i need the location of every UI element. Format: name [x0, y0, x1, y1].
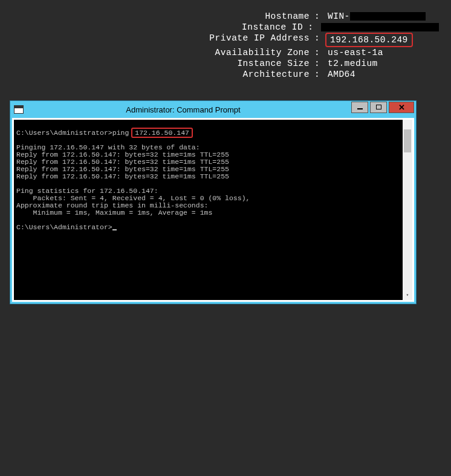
- separator: :: [314, 58, 322, 69]
- architecture-row: Architecture : AMD64: [12, 69, 439, 80]
- highlight-box: 192.168.50.249: [325, 33, 413, 47]
- availability-zone-value: us-east-1a: [322, 47, 383, 58]
- separator: :: [314, 33, 322, 47]
- architecture-value: AMD64: [322, 69, 355, 80]
- instance-size-row: Instance Size : t2.medium: [12, 58, 439, 69]
- separator: :: [314, 69, 322, 80]
- prompt-line: C:\Users\Administrator>ping 172.16.50.14…: [16, 129, 191, 137]
- hostname-value: WIN-: [322, 11, 426, 22]
- private-ip-value: 192.168.50.249: [322, 33, 413, 47]
- instance-id-label: Instance ID: [12, 22, 308, 33]
- separator: :: [308, 22, 315, 33]
- separator: :: [314, 47, 322, 58]
- output-line: Minimum = 1ms, Maximum = 1ms, Average = …: [16, 209, 212, 217]
- maximize-button[interactable]: [370, 102, 387, 113]
- cmd-body-wrap: C:\Users\Administrator>ping 172.16.50.14…: [12, 118, 414, 302]
- separator: :: [314, 11, 322, 22]
- command-prompt-window[interactable]: Administrator: Command Prompt ✕ C:\Users…: [10, 100, 417, 304]
- instance-id-value: [315, 22, 439, 33]
- instance-size-value: t2.medium: [322, 58, 378, 69]
- highlight-box: 172.16.50.147: [131, 128, 193, 138]
- architecture-label: Architecture: [12, 69, 314, 80]
- availability-zone-label: Availability Zone: [12, 47, 314, 58]
- cursor: [112, 229, 117, 230]
- minimize-button[interactable]: [351, 102, 368, 113]
- close-button[interactable]: ✕: [389, 102, 414, 113]
- window-controls: ✕: [351, 102, 416, 113]
- titlebar[interactable]: Administrator: Command Prompt ✕: [10, 101, 416, 118]
- prompt-line: C:\Users\Administrator>: [16, 223, 117, 231]
- output-line: Reply from 172.16.50.147: bytes=32 time=…: [16, 172, 229, 180]
- window-title: Administrator: Command Prompt: [27, 105, 351, 114]
- terminal-output[interactable]: C:\Users\Administrator>ping 172.16.50.14…: [14, 120, 412, 300]
- hostname-label: Hostname: [12, 11, 314, 22]
- scroll-down-button[interactable]: ▾: [403, 290, 412, 300]
- scroll-thumb[interactable]: [404, 129, 411, 152]
- redacted-block: [350, 12, 426, 21]
- instance-info-panel: Hostname : WIN- Instance ID : Private IP…: [0, 0, 451, 98]
- instance-id-row: Instance ID :: [12, 22, 439, 33]
- instance-size-label: Instance Size: [12, 58, 314, 69]
- private-ip-label: Private IP Address: [12, 33, 314, 47]
- scrollbar[interactable]: ▴ ▾: [403, 120, 412, 300]
- private-ip-row: Private IP Address : 192.168.50.249: [12, 33, 439, 47]
- hostname-row: Hostname : WIN-: [12, 11, 439, 22]
- cmd-icon: [14, 105, 24, 114]
- redacted-block: [321, 23, 439, 31]
- availability-zone-row: Availability Zone : us-east-1a: [12, 47, 439, 58]
